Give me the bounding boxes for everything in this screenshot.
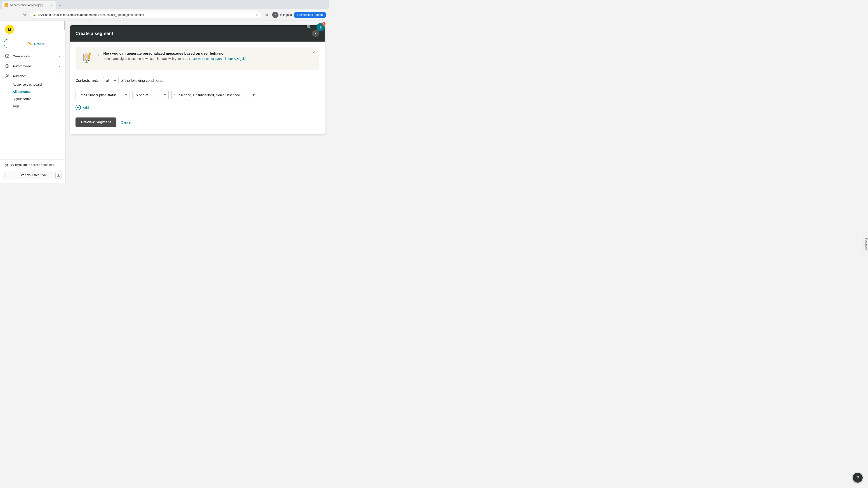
svg-point-22: [83, 62, 84, 63]
reload-button[interactable]: ↻: [21, 11, 28, 19]
sidebar-footer: ⏱ 89 days left to access a free trial. S…: [0, 159, 65, 183]
browser-tabs: M All subscribers of Moodjoy | Ma... × +: [0, 0, 329, 9]
campaigns-icon: [4, 53, 10, 59]
filter-operator-select[interactable]: is one of: [132, 91, 168, 99]
all-contacts-label: All contacts: [13, 90, 31, 94]
segment-form: Contacts match all any of the following …: [70, 70, 324, 134]
address-bar[interactable]: 🔒 us21.admin.mailchimp.com/lists/members…: [30, 11, 261, 19]
svg-rect-18: [85, 62, 88, 63]
user-avatar[interactable]: S 1: [316, 23, 324, 31]
svg-rect-16: [86, 60, 88, 61]
automations-label: Automations: [13, 64, 56, 68]
contacts-match-label: Contacts match: [75, 78, 101, 83]
trial-text: 89 days left to access a free trial.: [11, 163, 55, 166]
conditions-suffix: of the following conditions:: [121, 78, 163, 83]
tags-label: Tags: [13, 104, 20, 108]
automations-chevron: ⌄: [59, 64, 61, 68]
banner-close-button[interactable]: ×: [311, 50, 316, 55]
extensions-button[interactable]: ⚙: [263, 11, 270, 19]
incognito-area: S Incognito: [272, 12, 292, 18]
nav-section: Campaigns ⌄ Automations ⌄ Audience ⌃ Aud…: [0, 49, 65, 159]
tab-title: All subscribers of Moodjoy | Ma...: [10, 4, 48, 7]
conditions-row: Contacts match all any of the following …: [75, 77, 319, 84]
sidebar: M ✏️ Create Campaigns ⌄ Automations ⌄: [0, 21, 66, 183]
tab-close-button[interactable]: ×: [50, 3, 53, 7]
segment-modal-title: Create a segment: [75, 31, 113, 36]
banner-content: Now you can generate personalized messag…: [103, 52, 314, 61]
start-free-trial-button[interactable]: Start your free trial: [4, 171, 61, 180]
banner-info-icon: ℹ: [98, 52, 100, 57]
back-button[interactable]: ←: [3, 11, 10, 19]
audience-icon: [4, 73, 10, 78]
signup-forms-label: Signup forms: [13, 97, 31, 101]
svg-text:M: M: [6, 4, 7, 6]
svg-rect-6: [5, 55, 9, 57]
sidebar-item-automations[interactable]: Automations ⌄: [0, 61, 65, 71]
filter-row: Email Subscription status is one of Subs…: [75, 91, 319, 99]
timer-icon: ⏱: [4, 163, 8, 168]
form-actions: Preview Segment Cancel: [75, 118, 319, 127]
svg-text:S: S: [275, 14, 276, 16]
bookmark-icon[interactable]: ☆: [255, 13, 258, 17]
incognito-icon: S: [272, 12, 278, 18]
sidebar-item-audience[interactable]: Audience ⌃: [0, 71, 65, 81]
svg-text:M: M: [8, 28, 11, 31]
create-button[interactable]: ✏️ Create: [4, 39, 66, 48]
match-type-select[interactable]: all any: [103, 77, 119, 84]
filter-field-select[interactable]: Email Subscription status: [75, 91, 130, 99]
banner-illustration: [81, 52, 94, 65]
browser-chrome: M All subscribers of Moodjoy | Ma... × +…: [0, 0, 329, 21]
banner-link[interactable]: Learn more about events in our API guide: [189, 57, 247, 61]
automations-icon: [4, 63, 10, 69]
sidebar-item-signup-forms[interactable]: Signup forms: [0, 95, 65, 103]
incognito-label: Incognito: [280, 13, 292, 17]
url-text: us21.admin.mailchimp.com/lists/members/#…: [38, 13, 254, 17]
preview-segment-button[interactable]: Preview Segment: [75, 118, 116, 127]
svg-rect-10: [57, 174, 58, 177]
sidebar-item-campaigns[interactable]: Campaigns ⌄: [0, 51, 65, 61]
svg-point-24: [82, 64, 83, 64]
lock-icon: 🔒: [33, 13, 36, 17]
banner-title: Now you can generate personalized messag…: [103, 52, 314, 56]
add-label: Add: [83, 106, 89, 109]
top-right-actions: 🔍 S 1: [305, 23, 324, 31]
new-tab-button[interactable]: +: [57, 2, 63, 8]
sidebar-item-tags[interactable]: Tags: [0, 103, 65, 110]
notification-banner: ℹ Now you can generate personalized mess…: [75, 47, 319, 70]
svg-rect-11: [59, 174, 60, 177]
sidebar-collapse-button[interactable]: [55, 172, 62, 178]
relaunch-button[interactable]: Relaunch to update: [293, 12, 327, 18]
browser-toolbar: ← → ↻ 🔒 us21.admin.mailchimp.com/lists/m…: [0, 9, 329, 21]
toolbar-right: ⚙ S Incognito Relaunch to update: [263, 11, 327, 19]
campaigns-chevron: ⌄: [59, 55, 61, 58]
svg-point-8: [6, 74, 7, 76]
segment-modal: Create a segment ×: [70, 25, 324, 134]
filter-value-select[interactable]: Subscribed, Unsubscribed, Non-Subscribed: [171, 91, 257, 99]
audience-dashboard-label: Audience dashboard: [13, 83, 41, 86]
browser-tab-active[interactable]: M All subscribers of Moodjoy | Ma... ×: [2, 1, 56, 9]
search-button[interactable]: 🔍: [305, 23, 313, 31]
sidebar-item-audience-dashboard[interactable]: Audience dashboard: [0, 81, 65, 88]
trial-info: ⏱ 89 days left to access a free trial.: [4, 163, 61, 168]
page-layout: M ✏️ Create Campaigns ⌄ Automations ⌄: [0, 21, 329, 183]
banner-text: Tailor campaigns based on how users inte…: [103, 57, 314, 61]
forward-button[interactable]: →: [12, 11, 19, 19]
main-content: 🔍 S 1 Create a segment ×: [66, 21, 329, 183]
pencil-icon: ✏️: [28, 41, 32, 46]
svg-point-14: [85, 59, 86, 60]
svg-point-23: [84, 64, 84, 64]
banner-text-content: Tailor campaigns based on how users inte…: [103, 57, 188, 61]
create-label: Create: [34, 42, 45, 46]
add-condition-button[interactable]: + Add: [75, 105, 319, 110]
cancel-link[interactable]: Cancel: [121, 121, 131, 124]
sidebar-header: M: [0, 21, 65, 38]
segment-modal-header: Create a segment ×: [70, 25, 324, 41]
tab-favicon: M: [4, 3, 8, 7]
audience-label: Audience: [13, 74, 56, 78]
sidebar-item-all-contacts[interactable]: All contacts: [0, 88, 65, 95]
user-initial: S: [319, 25, 322, 29]
mailchimp-logo[interactable]: M: [4, 24, 14, 34]
svg-point-9: [8, 75, 9, 76]
add-icon: +: [75, 105, 81, 110]
scrollbar[interactable]: [64, 21, 65, 30]
